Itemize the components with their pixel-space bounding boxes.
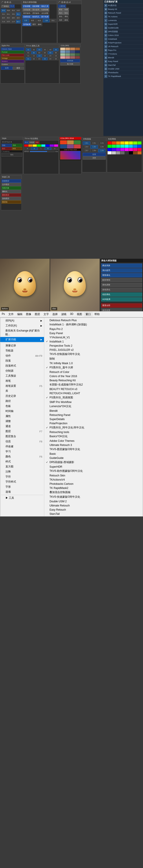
- swatch-1[interactable]: [60, 48, 65, 50]
- rpl-13[interactable]: R Raya Pro: [103, 49, 143, 52]
- menu-glyphs[interactable]: 字形: [0, 484, 44, 489]
- ty-3[interactable]: A3: [37, 48, 42, 51]
- menu-exchange[interactable]: 查找有关 Exchange 的扩展功能...: [0, 328, 44, 337]
- plugin-retouching-tools[interactable]: Retouching tools: [44, 430, 143, 434]
- menu-timeline[interactable]: 时间轴: [0, 409, 44, 414]
- grid-btn-13[interactable]: 头发: [1, 20, 6, 24]
- color-b[interactable]: [46, 145, 49, 147]
- btn-g7[interactable]: 调色: [64, 15, 69, 18]
- rpl-20[interactable]: T TK RapidMask: [103, 74, 143, 78]
- menu-file[interactable]: 文件: [7, 312, 16, 317]
- pp-eye[interactable]: 眼部增强: [101, 278, 142, 282]
- pp-shape[interactable]: 塑形液化: [101, 273, 142, 277]
- plugin-pixel-juggler[interactable]: PIXEL JUGGLER v2: [44, 348, 143, 352]
- color-m[interactable]: [54, 145, 58, 147]
- ctrl-6[interactable]: 工具6: [98, 145, 105, 149]
- menu-histogram[interactable]: 直方图: [0, 464, 44, 469]
- gc-3[interactable]: [116, 142, 120, 145]
- gc-17[interactable]: [108, 148, 112, 151]
- rpl-1[interactable]: P PS黑作坊: [103, 4, 143, 7]
- ty-7[interactable]: B1: [26, 51, 31, 54]
- grid-btn-10[interactable]: 唇部: [6, 16, 11, 20]
- mode-3[interactable]: 欧美: [36, 19, 43, 22]
- mini-3[interactable]: 智能对象: [2, 186, 21, 190]
- plugin-superhdr[interactable]: SuperHDR: [44, 465, 143, 469]
- mini-6[interactable]: 复制图层: [2, 197, 21, 200]
- btn-g6[interactable]: 液化: [58, 15, 63, 18]
- menu-color[interactable]: 颜色 F6: [0, 454, 44, 459]
- ty-4[interactable]: A4: [42, 48, 48, 51]
- menu-properties[interactable]: 属性: [0, 414, 44, 419]
- menu-extensions[interactable]: 扩展功能 ▶: [0, 337, 44, 342]
- ctrl-5[interactable]: 工具5: [90, 145, 98, 149]
- plugin-shadow[interactable]: 长阴影-生成面板©阿牛汉化2: [44, 382, 143, 387]
- plugin-basics-oh[interactable]: Basics*OH汉化: [44, 434, 143, 439]
- plugin-retouch-color[interactable]: Retouch of Color: [44, 370, 143, 374]
- menu-brush-settings[interactable]: 画笔设置 F5: [0, 383, 44, 389]
- style-btn-5[interactable]: Modern: [1, 60, 24, 63]
- menu-clone-source[interactable]: 仿制源: [0, 368, 44, 373]
- swatch-12[interactable]: [75, 53, 80, 56]
- mini-7[interactable]: 图层组: [2, 200, 21, 204]
- btn-sharpen[interactable]: 锐化工具: [41, 5, 49, 8]
- plugin-tkv5-action[interactable]: TKV5-助作图蒙版©阿牛汉化: [44, 469, 143, 473]
- swatch-2[interactable]: [65, 48, 70, 50]
- menu-layer-comps[interactable]: 图层复合: [0, 434, 44, 439]
- ty-24[interactable]: D6: [53, 57, 58, 60]
- btn-1[interactable]: 广道精品: [1, 5, 9, 8]
- swatch-11[interactable]: [70, 53, 75, 56]
- style-reset[interactable]: 重置: [13, 66, 24, 70]
- plugin-tkactions[interactable]: TKActionsV4: [44, 477, 143, 482]
- gc-20[interactable]: [120, 148, 124, 151]
- gc-31[interactable]: [133, 151, 137, 154]
- grid-btn-15[interactable]: 合并: [11, 20, 16, 24]
- gc-6[interactable]: [129, 142, 133, 145]
- gc-25[interactable]: [108, 151, 112, 154]
- gc-21[interactable]: [125, 148, 129, 151]
- swatch-6[interactable]: [65, 51, 70, 53]
- ty-16[interactable]: C4: [42, 54, 48, 57]
- btn-pores[interactable]: 收缩毛孔: [31, 15, 40, 19]
- gc-11[interactable]: [116, 145, 120, 148]
- grid-btn-7[interactable]: 调色: [11, 12, 16, 16]
- gc-14[interactable]: [129, 145, 133, 148]
- plugin-easy-panel[interactable]: Easy Panel: [44, 331, 143, 335]
- plugin-tkv5-ctrl[interactable]: TKV5-控制面板©阿牛汉化: [44, 352, 143, 356]
- style-btn-4[interactable]: Vintage: [1, 57, 24, 60]
- plugin-tkv5-quick[interactable]: TKV5-快速蒙版©阿牛汉化: [44, 495, 143, 499]
- rpl-6[interactable]: S SuperHDR: [103, 22, 143, 26]
- menu-swatches[interactable]: 色板: [0, 404, 44, 409]
- swatch-15[interactable]: [70, 56, 75, 59]
- plugin-ps-heizuofang[interactable]: ✓ PS黑作坊_蓋牛大师: [44, 365, 143, 370]
- gc-23[interactable]: [133, 148, 137, 151]
- ty-1[interactable]: A1: [26, 48, 31, 51]
- menu-view[interactable]: 视图: [75, 312, 84, 317]
- grid-btn-12[interactable]: 腿部: [16, 16, 21, 20]
- btn-g5[interactable]: 锐化: [64, 11, 69, 15]
- btn-2[interactable]: V1.0: [10, 5, 15, 8]
- gc-4[interactable]: [120, 142, 124, 145]
- gc-30[interactable]: [129, 151, 133, 154]
- grid-btn-4[interactable]: 祛斑: [16, 9, 21, 12]
- swatch-5[interactable]: [60, 51, 65, 53]
- menu-type[interactable]: 文字: [42, 312, 51, 317]
- ctrl-1[interactable]: 工具1: [83, 142, 90, 145]
- btn-apply[interactable]: 应用效果: [22, 23, 31, 26]
- btn-skincare[interactable]: 护肤调整: [22, 5, 31, 8]
- rpl-18[interactable]: D Double USM: [103, 67, 143, 71]
- mini-1[interactable]: 新建图层: [2, 179, 21, 183]
- menu-options[interactable]: 选项: [0, 489, 44, 494]
- ty-17[interactable]: C5: [48, 54, 53, 57]
- cb-2[interactable]: [67, 140, 74, 144]
- gc-26[interactable]: [112, 151, 116, 154]
- menu-brush[interactable]: 画笔: [0, 378, 44, 383]
- grid-btn-14[interactable]: 背景: [6, 20, 11, 24]
- ty-21[interactable]: D3: [37, 57, 42, 60]
- plugin-double-usm[interactable]: Double USM 2: [44, 499, 143, 503]
- plugin-retouch-light[interactable]: RETOUCH PANEL LIGHT: [44, 391, 143, 395]
- btn-g4[interactable]: 美白: [58, 11, 63, 15]
- plugin-tkv5-layer[interactable]: TKV5-图层蒙版©阿牛汉化: [44, 447, 143, 452]
- cb-4[interactable]: [60, 145, 67, 149]
- gc-5[interactable]: [125, 142, 129, 145]
- ctrl-close[interactable]: 关闭: [83, 156, 105, 160]
